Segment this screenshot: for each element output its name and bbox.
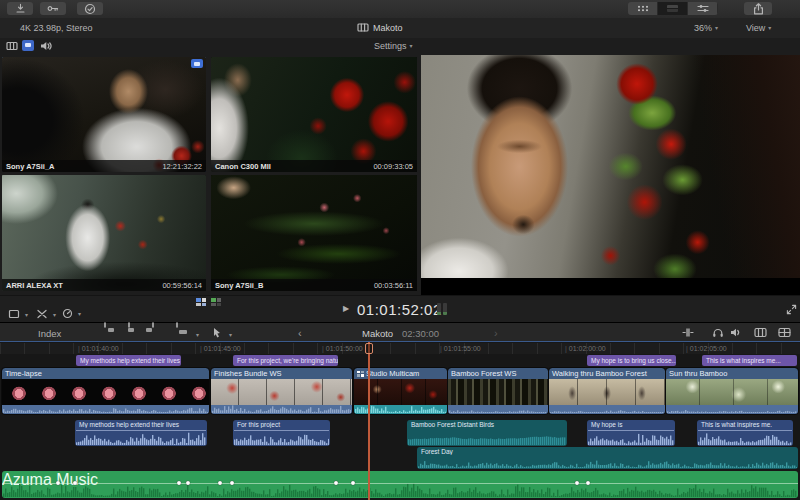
forward-nav-button[interactable]: ›	[494, 327, 498, 339]
inspector-toggle-button[interactable]	[688, 2, 718, 15]
caption-clip[interactable]: My hope is to bring us close...	[587, 355, 676, 366]
format-label: 4K 23.98p, Stereo	[20, 23, 93, 33]
keyword-editor-button[interactable]	[40, 2, 66, 15]
video-switch-icon[interactable]	[6, 41, 18, 51]
audio-meter-right[interactable]	[443, 303, 447, 315]
clip-audio	[448, 405, 548, 414]
pane-toggle-group	[628, 2, 718, 15]
angle-timecode: 00:09:33:05	[373, 162, 413, 171]
volume-keyframe-dot[interactable]	[351, 481, 355, 485]
browser-toggle-button[interactable]	[628, 2, 658, 15]
tool-menu-chevron-icon[interactable]: ▾	[229, 331, 232, 338]
clip-name: Walking thru Bamboo Forest	[552, 368, 647, 379]
viewer-view-menu[interactable]: View▾	[746, 23, 771, 33]
playhead[interactable]	[368, 342, 370, 500]
primary-storyline: Time-lapse Finishes Bundle WS Studio Mul…	[0, 368, 800, 414]
timeline-toolbar: Index ▾ ▾ ‹ Makoto 02:30:00 ›	[0, 322, 800, 342]
play-button[interactable]: ▶	[343, 304, 349, 313]
viewer-area: Settings▾ Sony A7Sii_A12:21:32:22 Canon …	[0, 38, 800, 295]
music-clip-azuma[interactable]: Azuma Music	[2, 471, 798, 498]
timeline-toggle-button[interactable]	[658, 2, 688, 15]
video-clip-sun-thru-bamboo[interactable]: Sun thru Bamboo	[666, 368, 798, 414]
angle-name: Sony A7Sii_B	[215, 281, 264, 290]
background-tasks-button[interactable]	[77, 2, 103, 15]
check-circle-icon	[84, 3, 96, 15]
connected-audio-lane-2: Forest Day	[0, 447, 800, 469]
trim-tool-icon[interactable]	[682, 327, 694, 338]
angle-video-canon-c300	[211, 57, 417, 172]
volume-keyframe-dot[interactable]	[56, 481, 60, 485]
clip-audio	[549, 405, 665, 414]
clip-audio	[666, 405, 798, 414]
audio-clip-dialogue[interactable]: This is what inspires me.	[697, 420, 793, 446]
clip-thumbnails	[2, 379, 209, 405]
window-toolbar	[0, 0, 800, 19]
video-clip-finishes-bundle[interactable]: Finishes Bundle WS	[211, 368, 352, 414]
video-bank-icon[interactable]	[196, 298, 206, 306]
audio-meter-left[interactable]	[437, 303, 441, 315]
clip-name: Bamboo Forest WS	[451, 368, 516, 379]
ruler-label: 01:01:50:00	[326, 345, 363, 352]
clip-name: This is what inspires me.	[697, 420, 793, 428]
angle-video-sony-a7sii-b	[211, 175, 417, 291]
clip-name: Time-lapse	[5, 368, 42, 379]
back-nav-button[interactable]: ‹	[298, 327, 302, 339]
video-clip-bamboo-forest-ws[interactable]: Bamboo Forest WS	[448, 368, 548, 414]
playhead-handle[interactable]	[365, 343, 373, 354]
volume-keyframe-dot[interactable]	[177, 481, 181, 485]
angle-cell-canon-c300[interactable]: Canon C300 MII00:09:33:05	[211, 57, 417, 172]
caption-clip[interactable]: My methods help extend their lives	[76, 355, 181, 366]
clip-name: My methods help extend their lives	[75, 420, 207, 428]
audio-skimming-icon[interactable]	[730, 327, 742, 338]
audio-clip-dialogue[interactable]: My methods help extend their lives	[75, 420, 207, 446]
av-switch-icon[interactable]	[22, 40, 34, 51]
tools-menu-icon[interactable]: ▾	[36, 309, 56, 319]
angle-timecode: 12:21:32:22	[162, 162, 202, 171]
audio-bank-icon[interactable]	[211, 298, 221, 306]
ruler-label: 01:01:45:00	[204, 345, 241, 352]
timeline-panes-icon	[667, 5, 678, 12]
edit-options-chevron-icon[interactable]: ▾	[196, 331, 199, 338]
viewer-zoom-menu[interactable]: 36%▾	[694, 23, 718, 33]
viewer-project-title: Makoto	[373, 23, 403, 33]
volume-keyframe-dot[interactable]	[230, 481, 234, 485]
clip-name: For this project	[233, 420, 330, 428]
audio-clip-dialogue[interactable]: For this project	[233, 420, 330, 446]
audio-clip-forest-day[interactable]: Forest Day	[417, 447, 798, 469]
select-tool-icon[interactable]	[212, 327, 222, 338]
main-viewer-video	[421, 55, 800, 278]
media-browser-icon[interactable]	[754, 327, 767, 338]
fullscreen-icon[interactable]	[786, 304, 797, 315]
volume-keyframe-dot[interactable]	[586, 481, 590, 485]
timeline[interactable]: | 01:01:40:00 | 01:01:45:00 | 01:01:50:0…	[0, 341, 800, 500]
volume-keyframe-dot[interactable]	[575, 481, 579, 485]
angle-settings-menu[interactable]: Settings▾	[374, 41, 413, 51]
import-media-button[interactable]	[7, 2, 33, 15]
angle-timecode: 00:03:56:11	[374, 281, 413, 290]
share-icon	[753, 3, 764, 15]
angle-cell-arri-alexa[interactable]: ARRI ALEXA XT00:59:56:14	[2, 175, 206, 291]
volume-line[interactable]	[2, 483, 798, 484]
solo-headphones-icon[interactable]	[712, 327, 724, 338]
video-clip-walking-thru-bamboo[interactable]: Walking thru Bamboo Forest	[549, 368, 665, 414]
chevron-down-icon: ▾	[410, 43, 413, 49]
video-clip-time-lapse[interactable]: Time-lapse	[2, 368, 209, 414]
caption-clip[interactable]: For this project, we're bringing nature.…	[233, 355, 338, 366]
angle-name: Canon C300 MII	[215, 162, 271, 171]
audio-switch-icon[interactable]	[40, 41, 52, 51]
audio-clip-dialogue[interactable]: My hope is	[587, 420, 675, 446]
effects-browser-icon[interactable]	[778, 327, 791, 338]
caption-clip[interactable]: This is what inspires me...	[702, 355, 797, 366]
import-icon	[15, 3, 26, 14]
chevron-down-icon: ▾	[768, 25, 771, 31]
audio-clip-sfx-birds[interactable]: Bamboo Forest Distant Birds	[407, 420, 567, 446]
index-button[interactable]: Index	[38, 328, 61, 339]
transform-menu-icon[interactable]: ▾	[8, 309, 28, 319]
angle-cell-sony-a7sii-b[interactable]: Sony A7Sii_B00:03:56:11	[211, 175, 417, 291]
timeline-project-name[interactable]: Makoto	[362, 328, 393, 339]
retime-menu-icon[interactable]: ▾	[62, 308, 81, 319]
angle-cell-sony-a7sii-a[interactable]: Sony A7Sii_A12:21:32:22	[2, 57, 206, 172]
timeline-ruler[interactable]: | 01:01:40:00 | 01:01:45:00 | 01:01:50:0…	[0, 343, 800, 354]
clip-name: My hope is	[587, 420, 675, 428]
share-button[interactable]	[744, 2, 772, 15]
